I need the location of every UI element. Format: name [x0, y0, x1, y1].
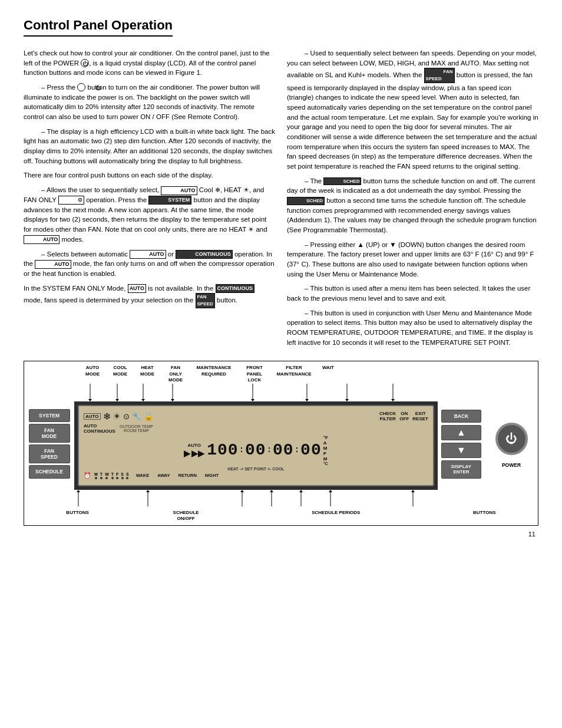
para-display: – The display is a high efficiency LCD w… — [24, 127, 275, 166]
day-indicators: M T W T F S S — [94, 472, 129, 479]
lcd-digits: 100 : 00 : 00 : 00 — [207, 441, 321, 459]
left-column: Let's check out how to control your air … — [24, 48, 275, 352]
annot-auto-mode: AUTO MODE — [78, 365, 107, 383]
annot-cool-mode: COOL MODE — [107, 365, 134, 383]
setpoint-label: HEAT -> SET POINT <- COOL — [84, 467, 428, 471]
svg-marker-29 — [411, 490, 415, 492]
para-display-enter: – This button is used in conjunction wit… — [287, 308, 538, 348]
para-four-buttons: There are four control push buttons on e… — [24, 170, 275, 180]
para-mode-select: – Allows the user to sequentially select… — [24, 185, 275, 245]
svg-marker-17 — [77, 490, 80, 492]
down-button[interactable]: ▼ — [441, 443, 481, 458]
para-fan-auto: – Selects between automatic AUTO or CONT… — [24, 249, 275, 279]
auto-fan-label-lcd: AUTO ▶ ▶▶ — [184, 443, 204, 458]
annot-wait: WAIT — [316, 365, 340, 383]
power-area: ⏻ POWER — [485, 401, 538, 490]
panel-body: SYSTEM FAN MODE FAN SPEED SCHEDULE AUTO … — [24, 401, 538, 490]
svg-marker-27 — [329, 490, 332, 492]
wrench-icon: 🔧 — [132, 412, 141, 421]
snowflake-icon: ❄ — [103, 411, 111, 422]
lcd-screen: AUTO ❄ ☀ ⊙ 🔧 🔒 CHECK FILTER ON — [78, 405, 434, 486]
para-fan-only: In the SYSTEM FAN ONLY Mode, AUTO is not… — [24, 284, 275, 308]
on-off-label: ON OFF — [399, 411, 409, 421]
power-label: POWER — [502, 462, 521, 468]
display-enter-button[interactable]: DISPLAY ENTER — [441, 460, 481, 479]
system-button[interactable]: SYSTEM — [29, 409, 70, 422]
para-schedule: – The SCHED button turns the schedule fu… — [287, 176, 538, 235]
bottom-arrow-lines — [24, 490, 538, 506]
annot-front-panel: FRONT PANEL LOCK — [237, 365, 272, 383]
page-number: 11 — [24, 531, 538, 538]
am-pm-labels: °F A M P M °C — [323, 435, 328, 466]
fan-mode-button[interactable]: FAN MODE — [29, 424, 70, 443]
sun-icon: ☀ — [113, 411, 121, 421]
para-back: – This button is used after a menu item … — [287, 284, 538, 303]
fan-mode-labels: AUTO CONTINUOUS — [84, 423, 116, 434]
para-power: – Press the ⏻ button to turn on the air … — [24, 83, 275, 122]
annot-filter-maint: FILTER MAINTENANCE — [272, 365, 316, 383]
annot-heat-mode: HEAT MODE — [134, 365, 161, 383]
left-buttons-col: SYSTEM FAN MODE FAN SPEED SCHEDULE — [24, 401, 74, 490]
schedule-period-labels: WAKE AWAY RETURN NIGHT — [136, 473, 219, 478]
right-buttons-col: BACK ▲ ▼ DISPLAY ENTER — [438, 401, 485, 490]
annot-schedule-periods: SCHEDULE PERIODS — [283, 510, 389, 522]
schedule-button[interactable]: SCHEDULE — [29, 465, 70, 478]
fan-speed-button[interactable]: FAN SPEED — [29, 444, 70, 463]
temp-source-labels: OUTDOOR TEMP ROOM TEMP — [120, 424, 153, 433]
para-temp-buttons: – Pressing either ▲ (UP) or ▼ (DOWN) but… — [287, 240, 538, 279]
check-filter-label: CHECK FILTER — [379, 411, 396, 421]
thermostat-figure: AUTO MODE COOL MODE HEAT MODE FAN ONLY M… — [24, 361, 538, 526]
svg-marker-25 — [299, 490, 303, 492]
exit-reset-label: EXIT RESET — [412, 411, 428, 421]
annot-buttons-right: BUTTONS — [473, 510, 496, 522]
clock-icon: ⏰ — [84, 472, 91, 479]
annot-maintenance: MAINTENANCE REQUIRED — [190, 365, 237, 383]
fan-only-icon: ⊙ — [123, 412, 130, 421]
svg-marker-21 — [240, 490, 244, 492]
lock-icon: 🔒 — [144, 412, 153, 421]
back-button[interactable]: BACK — [441, 410, 481, 423]
svg-marker-23 — [270, 490, 273, 492]
up-button[interactable]: ▲ — [441, 425, 481, 440]
annot-fan-only: FAN ONLY MODE — [161, 365, 190, 383]
center-display: AUTO ❄ ☀ ⊙ 🔧 🔒 CHECK FILTER ON — [74, 401, 438, 490]
para-fan-speeds: – Used to sequentially select between fa… — [287, 48, 538, 172]
annot-buttons-left: BUTTONS — [66, 510, 89, 522]
annot-schedule-onoff: SCHEDULE ON/OFF — [173, 510, 199, 522]
auto-label: AUTO — [84, 413, 101, 420]
power-button[interactable]: ⏻ — [495, 423, 528, 455]
svg-marker-19 — [146, 490, 150, 492]
page-title: Control Panel Operation — [24, 18, 173, 37]
intro-paragraph: Let's check out how to control your air … — [24, 48, 275, 78]
bottom-annotations: BUTTONS SCHEDULE ON/OFF SCHEDULE PERIODS… — [24, 506, 538, 526]
annotation-lines-svg — [24, 384, 538, 401]
right-column: – Used to sequentially select between fa… — [287, 48, 538, 352]
